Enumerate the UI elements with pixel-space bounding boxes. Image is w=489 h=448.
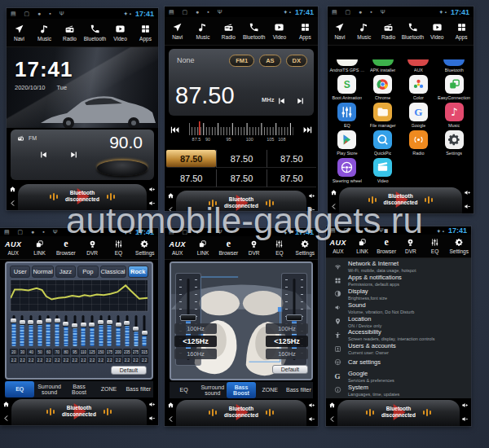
eq-preset-user[interactable]: User	[10, 266, 30, 278]
home-button[interactable]	[330, 189, 337, 196]
radio-preset-4[interactable]: 87.50	[166, 169, 216, 187]
eq-band-slider-50[interactable]	[37, 315, 42, 346]
nav-item-eq[interactable]: EQ	[423, 235, 447, 257]
prev-track-button[interactable]	[38, 150, 48, 160]
sound-tab-surround-sound[interactable]: Surround sound	[34, 381, 64, 397]
settings-item-car-settings[interactable]: Car settings	[326, 356, 471, 370]
band-button-as[interactable]: AS	[259, 55, 280, 67]
home-button[interactable]	[167, 192, 174, 200]
eq-band-slider-125[interactable]	[89, 315, 95, 346]
eq-preset-rock[interactable]: Rock	[128, 266, 148, 278]
nav-item-browser[interactable]: eBrowser	[216, 236, 241, 259]
eq-band-slider-70[interactable]	[55, 315, 60, 346]
back-button[interactable]	[330, 203, 337, 210]
sound-tab-bass-boost[interactable]: Bass Boost	[64, 381, 94, 397]
eq-band-slider-20[interactable]	[11, 315, 16, 346]
nav-item-link[interactable]: LINK	[26, 236, 52, 259]
nav-item-music[interactable]: Music	[352, 17, 377, 45]
nav-item-dvr[interactable]: DVR	[399, 235, 423, 257]
radio-preset-3[interactable]: 87.50	[267, 150, 316, 168]
volume-down-button[interactable]	[148, 415, 156, 422]
sound-tab-eq[interactable]: EQ	[170, 382, 198, 398]
eq-band-slider-275[interactable]	[133, 315, 139, 346]
settings-item-google[interactable]: G GoogleServices & preferences	[326, 369, 471, 383]
app-chrome[interactable]: Chrome	[365, 74, 401, 102]
nav-item-link[interactable]: LINK	[350, 235, 375, 257]
sound-tab-bass-boost[interactable]: Bass Boost	[227, 382, 255, 398]
sound-tab-surround-sound[interactable]: Surround sound	[198, 382, 227, 398]
eq-band-slider-150[interactable]	[98, 315, 104, 346]
seek-down-button[interactable]	[276, 96, 286, 106]
eq-band-slider-40[interactable]	[28, 315, 33, 346]
back-button[interactable]	[167, 206, 174, 211]
home-button[interactable]	[167, 402, 174, 409]
home-button[interactable]	[328, 402, 336, 409]
nav-item-browser[interactable]: eBrowser	[374, 235, 399, 257]
nav-item-dvr[interactable]: DVR	[241, 236, 267, 259]
nav-item-navi[interactable]: Navi	[328, 17, 352, 45]
app-easyconnection[interactable]: EasyConnection	[436, 74, 472, 102]
home-button[interactable]	[2, 401, 10, 408]
nav-item-bluetooth[interactable]: Bluetooth	[241, 17, 267, 45]
eq-band-slider-60[interactable]	[46, 315, 51, 346]
eq-preset-normal[interactable]: Normal	[32, 266, 53, 278]
volume-down-button[interactable]	[464, 203, 471, 210]
nav-item-apps[interactable]: Apps	[449, 17, 474, 45]
sound-tab-eq[interactable]: EQ	[5, 381, 34, 397]
settings-item-location[interactable]: LocationON / Device only	[326, 314, 471, 328]
settings-item-users-accounts[interactable]: Users & accountsCurrent user: Owner	[326, 342, 471, 356]
nav-item-video[interactable]: Video	[108, 19, 133, 46]
volume-down-button[interactable]	[308, 415, 315, 423]
nav-item-bluetooth[interactable]: Bluetooth	[82, 19, 108, 46]
volume-up-button[interactable]	[148, 186, 156, 193]
app-steering-wheel[interactable]: Steering wheel	[329, 157, 365, 185]
radio-preset-2[interactable]: 87.50	[216, 150, 266, 168]
eq-band-slider-175[interactable]	[107, 315, 112, 346]
settings-item-network-internet[interactable]: Network & InternetWi-Fi, mobile, data us…	[326, 260, 471, 274]
volume-up-button[interactable]	[308, 192, 315, 200]
nav-item-video[interactable]: Video	[267, 17, 292, 45]
nav-item-dvr[interactable]: DVR	[79, 236, 105, 259]
nav-item-radio[interactable]: Radio	[57, 19, 82, 46]
app-apk-installer[interactable]: APK installer	[365, 46, 401, 74]
eq-preset-classical[interactable]: Classical	[100, 266, 126, 278]
app-radio[interactable]: Radio	[401, 130, 437, 157]
bass-option-100hz[interactable]: 100Hz	[174, 323, 217, 334]
app-bluetooth[interactable]: Bluetooth	[436, 46, 472, 74]
eq-band-slider-110[interactable]	[81, 315, 86, 346]
home-button[interactable]	[9, 186, 16, 193]
radio-preset-6[interactable]: 87.50	[267, 169, 316, 187]
volume-down-button[interactable]	[461, 415, 469, 423]
settings-item-system[interactable]: SystemLanguages, time, updates	[326, 383, 471, 397]
eq-band-slider-30[interactable]	[20, 315, 25, 346]
eq-preset-pop[interactable]: Pop	[77, 266, 98, 278]
nav-item-aux[interactable]: AUXAUX	[165, 236, 190, 259]
app-androits-gps-test[interactable]: AndroiTS GPS Test	[329, 46, 365, 74]
bass-option-160hz[interactable]: 160Hz	[266, 349, 308, 359]
nav-item-eq[interactable]: EQ	[105, 236, 131, 259]
volume-up-button[interactable]	[308, 402, 315, 409]
bass-option-160hz[interactable]: 160Hz	[174, 349, 217, 359]
bass-option-125hz[interactable]: <125Hz	[174, 336, 217, 347]
back-button[interactable]	[328, 415, 336, 423]
app-settings[interactable]: Settings	[436, 130, 472, 157]
eq-preset-jazz[interactable]: Jazz	[55, 266, 76, 278]
radio-preset-1[interactable]: 87.50	[166, 150, 216, 168]
scan-down-button[interactable]	[170, 125, 180, 135]
nav-item-settings[interactable]: Settings	[293, 236, 318, 259]
app-file-manager[interactable]: File manager	[365, 102, 401, 130]
app-color[interactable]: Color	[401, 74, 437, 102]
back-button[interactable]	[167, 415, 174, 423]
back-button[interactable]	[9, 200, 16, 207]
eq-band-slider-80[interactable]	[63, 315, 68, 346]
nav-item-navi[interactable]: Navi	[165, 17, 190, 45]
volume-knob[interactable]	[97, 160, 148, 176]
nav-item-aux[interactable]: AUXAUX	[326, 235, 350, 257]
radio-widget[interactable]: FM 90.0	[11, 130, 154, 180]
volume-down-button[interactable]	[308, 206, 315, 211]
band-button-dx[interactable]: DX	[286, 55, 307, 67]
app-aux[interactable]: AUX	[401, 46, 437, 74]
volume-up-button[interactable]	[464, 189, 471, 196]
settings-item-sound[interactable]: SoundVolume, vibration, Do Not Disturb	[326, 301, 471, 314]
nav-item-radio[interactable]: Radio	[377, 17, 401, 45]
